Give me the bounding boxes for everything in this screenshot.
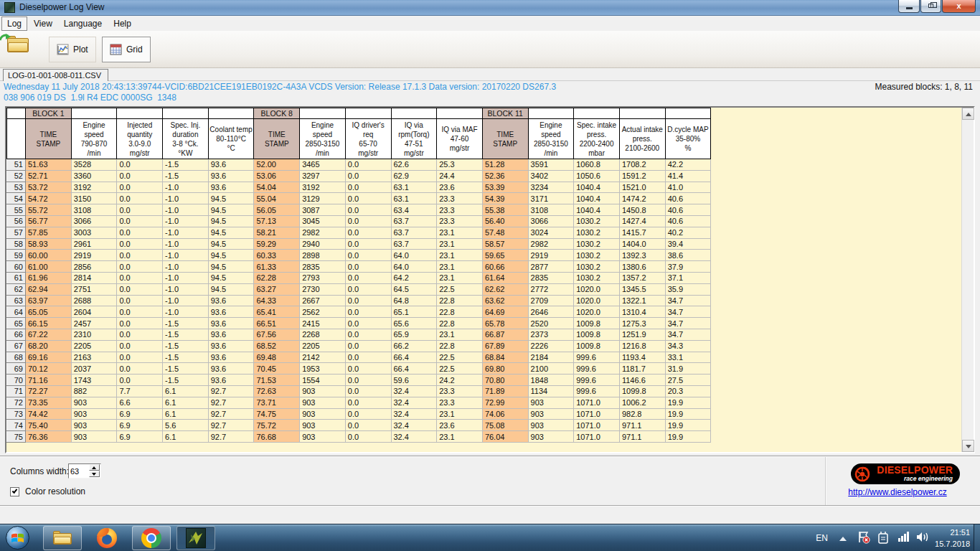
grid-cell[interactable]: 35.9 (665, 283, 711, 295)
grid-cell[interactable]: -1.5 (163, 375, 209, 386)
taskbar-firefox-button[interactable] (88, 526, 126, 550)
grid-cell[interactable]: 0.0 (117, 272, 163, 283)
grid-cell[interactable]: 3150 (71, 193, 117, 204)
grid-cell[interactable]: 74.42 (26, 408, 72, 420)
grid-cell[interactable]: 3066 (71, 215, 117, 227)
grid-cell[interactable]: 3024 (528, 227, 574, 238)
grid-cell[interactable]: 1009.8 (574, 340, 620, 352)
grid-cell[interactable]: 93.6 (208, 295, 254, 306)
grid-cell[interactable]: 92.7 (208, 431, 254, 443)
grid-cell[interactable]: 5.6 (163, 420, 209, 431)
grid-cell[interactable]: 61.00 (26, 261, 72, 273)
grid-cell[interactable]: 42.2 (665, 159, 711, 171)
grid-cell[interactable]: 1392.3 (619, 250, 665, 261)
grid-cell[interactable]: 92.7 (208, 408, 254, 420)
grid-cell[interactable]: 65.78 (482, 318, 528, 329)
grid-cell[interactable]: -1.0 (163, 238, 209, 250)
grid-cell[interactable]: 62.6 (391, 159, 437, 171)
grid-cell[interactable]: 0.0 (345, 193, 391, 204)
grid-cell[interactable]: 2688 (71, 295, 117, 306)
grid-cell[interactable]: 93.6 (208, 159, 254, 171)
grid-cell[interactable]: 2310 (71, 329, 117, 340)
grid-cell[interactable]: 58.21 (254, 227, 300, 238)
grid-cell[interactable]: 2415 (300, 318, 346, 329)
grid-cell[interactable]: 94.5 (208, 238, 254, 250)
grid-cell[interactable]: 0.0 (117, 227, 163, 238)
grid-cell[interactable]: 0.0 (117, 215, 163, 227)
grid-cell[interactable]: 75.72 (254, 420, 300, 431)
row-number-cell[interactable]: 51 (7, 159, 26, 171)
grid-cell[interactable]: -1.0 (163, 283, 209, 295)
row-number-cell[interactable]: 67 (7, 340, 26, 352)
grid-cell[interactable]: 1050.6 (574, 170, 620, 182)
grid-cell[interactable]: 1357.2 (619, 272, 665, 283)
grid-cell[interactable]: 92.7 (208, 420, 254, 431)
grid-cell[interactable]: 903 (71, 431, 117, 443)
grid-cell[interactable]: 903 (300, 397, 346, 408)
row-number-cell[interactable]: 73 (7, 408, 26, 420)
grid-cell[interactable]: 1009.8 (574, 318, 620, 329)
grid-cell[interactable]: 22.8 (437, 340, 483, 352)
grid-cell[interactable]: 0.0 (117, 340, 163, 352)
grid-cell[interactable]: 1146.6 (619, 375, 665, 386)
grid-cell[interactable]: 93.6 (208, 375, 254, 386)
grid-cell[interactable]: 6.9 (117, 408, 163, 420)
grid-cell[interactable]: 0.0 (345, 306, 391, 318)
grid-cell[interactable]: 62.94 (26, 283, 72, 295)
grid-cell[interactable]: 66.4 (391, 352, 437, 363)
grid-cell[interactable]: 24.4 (437, 170, 483, 182)
grid-cell[interactable]: 0.0 (345, 204, 391, 216)
row-number-cell[interactable]: 65 (7, 318, 26, 329)
grid-cell[interactable]: 6.1 (163, 397, 209, 408)
grid-cell[interactable]: 2877 (528, 261, 574, 273)
grid-cell[interactable]: 74.06 (482, 408, 528, 420)
grid-cell[interactable]: 0.0 (117, 170, 163, 182)
row-number-cell[interactable]: 59 (7, 250, 26, 261)
grid-cell[interactable]: 38.6 (665, 250, 711, 261)
grid-cell[interactable]: -1.0 (163, 182, 209, 193)
grid-cell[interactable]: 32.4 (391, 385, 437, 397)
grid-cell[interactable]: 2982 (300, 227, 346, 238)
row-number-cell[interactable]: 60 (7, 261, 26, 273)
grid-cell[interactable]: 3129 (300, 193, 346, 204)
grid-cell[interactable]: 1134 (528, 385, 574, 397)
grid-cell[interactable]: 66.87 (482, 329, 528, 340)
grid-cell[interactable]: 59.6 (391, 375, 437, 386)
grid-cell[interactable]: 51.28 (482, 159, 528, 171)
grid-cell[interactable]: 2457 (71, 318, 117, 329)
grid-cell[interactable]: 1020.0 (574, 295, 620, 306)
grid-cell[interactable]: 94.5 (208, 204, 254, 216)
grid-cell[interactable]: 93.6 (208, 306, 254, 318)
grid-cell[interactable]: -1.5 (163, 363, 209, 375)
columns-width-input[interactable] (70, 465, 89, 477)
show-hidden-icons-button[interactable] (839, 537, 847, 541)
grid-cell[interactable]: 23.6 (437, 182, 483, 193)
grid-cell[interactable]: 3066 (528, 215, 574, 227)
grid-cell[interactable]: 74.75 (254, 408, 300, 420)
grid-cell[interactable]: 23.3 (437, 385, 483, 397)
grid-cell[interactable]: 0.0 (345, 283, 391, 295)
grid-cell[interactable]: 54.04 (254, 182, 300, 193)
grid-cell[interactable]: 55.04 (254, 193, 300, 204)
minimize-button[interactable] (898, 0, 920, 13)
grid-cell[interactable]: 0.0 (117, 261, 163, 273)
grid-cell[interactable]: 53.72 (26, 182, 72, 193)
row-number-cell[interactable]: 55 (7, 204, 26, 216)
grid-cell[interactable]: 54.72 (26, 193, 72, 204)
grid-cell[interactable]: 0.0 (345, 227, 391, 238)
network-signal-icon[interactable] (898, 531, 910, 542)
grid-cell[interactable]: 63.97 (26, 295, 72, 306)
grid-cell[interactable]: 93.6 (208, 340, 254, 352)
grid-cell[interactable]: 22.5 (437, 363, 483, 375)
grid-cell[interactable]: 1099.8 (619, 385, 665, 397)
grid-cell[interactable]: 41.4 (665, 170, 711, 182)
grid-cell[interactable]: 94.5 (208, 227, 254, 238)
grid-cell[interactable]: 0.0 (345, 318, 391, 329)
grid-cell[interactable]: 1030.2 (574, 238, 620, 250)
grid-cell[interactable]: 3591 (528, 159, 574, 171)
grid-cell[interactable]: 23.1 (437, 250, 483, 261)
grid-cell[interactable]: 0.0 (345, 375, 391, 386)
grid-cell[interactable]: 3003 (71, 227, 117, 238)
grid-cell[interactable]: 34.7 (665, 295, 711, 306)
menu-log[interactable]: Log (1, 17, 27, 31)
